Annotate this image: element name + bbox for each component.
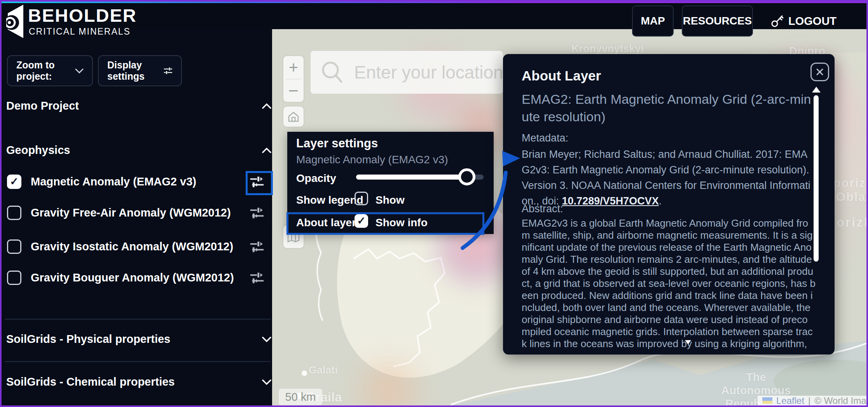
chevron-down-icon xyxy=(262,337,271,342)
brand-tagline: CRITICAL MINERALS xyxy=(29,26,131,37)
check-icon: ✓ xyxy=(10,176,19,187)
section-soilgrids-chemical-label: SoilGrids - Chemical properties xyxy=(6,376,175,388)
sliders-icon xyxy=(164,66,173,76)
metadata-text: Brian Meyer; Richard Saltus; and Arnaud … xyxy=(522,147,816,209)
key-icon xyxy=(771,14,784,28)
layer-checkbox-unchecked[interactable] xyxy=(7,239,21,254)
layer-row-gravity-freeair[interactable]: Gravity Free-Air Anomaly (WGM2012) xyxy=(7,206,271,220)
ukraine-flag-icon xyxy=(762,397,772,404)
nav-resources-label: RESOURCES xyxy=(683,15,752,27)
section-soilgrids-chemical[interactable]: SoilGrids - Chemical properties xyxy=(6,376,271,388)
scrollbar-thumb[interactable] xyxy=(814,95,819,262)
nav-map-label: MAP xyxy=(641,15,665,27)
chevron-down-icon xyxy=(75,68,84,73)
home-button[interactable] xyxy=(283,107,304,127)
scrollbar-up-arrow[interactable] xyxy=(812,87,821,93)
annotation-highlight-settings-icon xyxy=(246,171,273,195)
map-label-galati: Galati xyxy=(309,364,338,376)
nav-resources-button[interactable]: RESOURCES xyxy=(682,5,753,37)
section-soilgrids-physical-label: SoilGrids - Physical properties xyxy=(6,333,170,346)
brand-logo[interactable] xyxy=(6,4,24,39)
show-legend-checkbox-label: Show xyxy=(375,194,405,206)
map-scale-label: 50 km xyxy=(285,391,316,404)
show-legend-label: Show legend xyxy=(296,194,363,206)
section-geophysics[interactable]: Geophysics xyxy=(6,144,271,157)
map-scale: 50 km xyxy=(279,389,322,405)
layer-checkbox-unchecked[interactable] xyxy=(7,271,21,285)
section-soilgrids-physical[interactable]: SoilGrids - Physical properties xyxy=(6,333,271,346)
layer-checkbox-checked[interactable]: ✓ xyxy=(7,175,21,189)
page-border-top xyxy=(2,2,866,3)
opacity-label: Opacity xyxy=(296,172,336,185)
zoom-control: + − xyxy=(283,56,304,102)
popup-layer-name: Magnetic Anomaly (EMAG2 v3) xyxy=(296,154,448,166)
location-search[interactable] xyxy=(311,51,503,94)
layer-settings-icon[interactable] xyxy=(250,241,264,253)
brand-name: BEHOLDER xyxy=(28,5,137,26)
metadata-label: Metadata: xyxy=(522,130,568,146)
modal-title: About Layer xyxy=(522,68,601,84)
nav-map-button[interactable]: MAP xyxy=(632,5,674,37)
annotation-arrow xyxy=(449,149,534,250)
metadata-period: . xyxy=(659,195,662,207)
layer-row-magnetic-anomaly[interactable]: ✓ Magnetic Anomaly (EMAG2 v3) xyxy=(7,175,271,189)
map-label-zaporizhia: orizhia xyxy=(837,215,868,230)
modal-layer-heading: EMAG2: Earth Magnetic Anomaly Grid (2-ar… xyxy=(522,91,816,126)
section-geophysics-label: Geophysics xyxy=(6,144,70,157)
about-layer-modal: About Layer EMAG2: Earth Magnetic Anomal… xyxy=(503,54,835,355)
display-settings-label: Display settings xyxy=(107,59,164,82)
layer-label: Gravity Bouguer Anomaly (WGM2012) xyxy=(31,271,250,284)
show-legend-checkbox[interactable] xyxy=(355,192,368,205)
attribution-leaflet-link[interactable]: Leaflet xyxy=(776,395,804,406)
map-city-dot xyxy=(302,370,307,376)
zoom-to-project-label: Zoom to project: xyxy=(16,59,75,82)
zoom-in-button[interactable]: + xyxy=(283,56,304,79)
layer-label: Magnetic Anomaly (EMAG2 v3) xyxy=(31,175,250,188)
map-attribution: Leaflet | © World Imag xyxy=(758,396,868,405)
close-icon xyxy=(816,68,824,76)
sidebar-divider xyxy=(5,319,271,320)
chevron-down-icon xyxy=(262,379,271,385)
layer-settings-icon[interactable] xyxy=(250,207,264,219)
zoom-out-button[interactable]: − xyxy=(283,79,304,102)
sidebar-divider xyxy=(5,361,271,362)
app-root: Kronyvnytskyi Dnipro orizhia porizhz Obl… xyxy=(0,0,868,407)
attribution-separator: | xyxy=(808,395,810,406)
doi-link[interactable]: 10.7289/V5H7OCVX xyxy=(562,195,659,207)
layer-row-gravity-bouguer[interactable]: Gravity Bouguer Anomaly (WGM2012) xyxy=(7,271,271,285)
layer-label: Gravity Isostatic Anomaly (WGM2012) xyxy=(31,240,250,253)
display-settings-button[interactable]: Display settings xyxy=(98,55,182,86)
nav-logout-label: LOGOUT xyxy=(788,15,837,28)
zoom-to-project-select[interactable]: Zoom to project: xyxy=(7,55,93,86)
layer-settings-icon[interactable] xyxy=(250,272,264,284)
layer-row-gravity-isostatic[interactable]: Gravity Isostatic Anomaly (WGM2012) xyxy=(7,239,271,254)
section-demo-project-label: Demo Project xyxy=(6,100,79,112)
chevron-up-icon xyxy=(262,103,271,109)
section-demo-project[interactable]: Demo Project xyxy=(6,100,271,112)
map-label-oblast: porizhz Oblast xyxy=(832,176,868,204)
popup-title: Layer settings xyxy=(296,136,378,150)
scroll-more-indicator xyxy=(685,340,691,344)
search-input[interactable] xyxy=(353,61,503,83)
modal-close-button[interactable] xyxy=(810,63,829,81)
chevron-up-icon xyxy=(262,148,271,153)
attribution-credit: © World Imag xyxy=(814,395,868,406)
layer-label: Gravity Free-Air Anomaly (WGM2012) xyxy=(31,206,250,219)
layer-checkbox-unchecked[interactable] xyxy=(7,206,21,220)
map-label-kronyvnytskyi: Kronyvnytskyi xyxy=(571,43,644,55)
nav-logout-button[interactable]: LOGOUT xyxy=(771,13,837,29)
search-icon xyxy=(321,60,343,84)
home-icon xyxy=(288,111,299,122)
abstract-text: EMAG2v3 is a global Earth Magnetic Anoma… xyxy=(522,217,816,352)
beholder-logo-icon xyxy=(6,4,24,39)
